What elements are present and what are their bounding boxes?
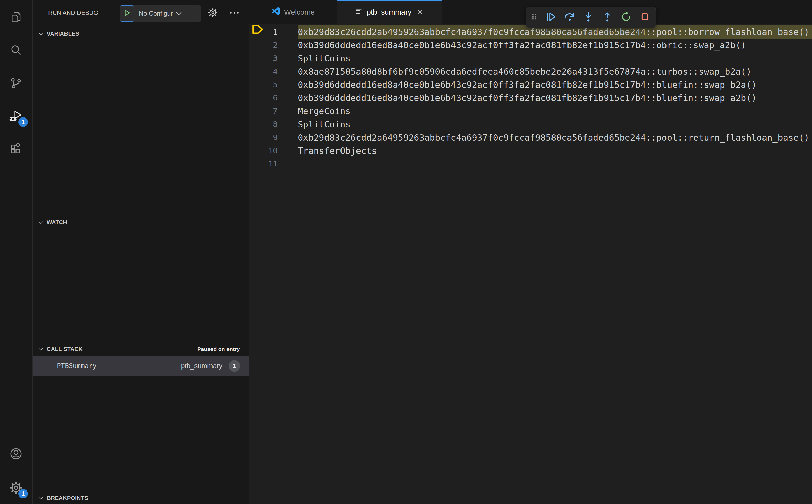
vscode-logo-icon [271, 7, 280, 18]
gear-icon [208, 8, 218, 19]
toolbar-drag-handle[interactable] [529, 9, 540, 25]
section-header-watch[interactable]: WATCH [32, 215, 249, 229]
chevron-down-icon [38, 347, 44, 351]
extensions-icon [9, 143, 23, 156]
debug-step-out-button[interactable] [599, 9, 615, 25]
sidebar-header: RUN AND DEBUG No Configur [32, 0, 249, 26]
breakpoint-gutter[interactable] [249, 39, 266, 52]
sidebar-item-extensions[interactable] [0, 137, 32, 162]
debug-configuration-dropdown[interactable]: No Configur [134, 5, 201, 22]
line-text: 0x8ae871505a80d8bf6bf9c05906cda6edfeea46… [298, 65, 812, 78]
code-line[interactable]: 6 0xb39d6dddedd16ed8a40ce0b1e6b43c92acf0… [249, 91, 812, 105]
ellipsis-icon [229, 11, 239, 15]
line-text: 0xb39d6dddedd16ed8a40ce0b1e6b43c92acf0ff… [298, 39, 812, 52]
sidebar-title: RUN AND DEBUG [48, 10, 98, 16]
breakpoint-gutter[interactable] [249, 118, 266, 131]
stop-icon [639, 11, 651, 24]
breakpoint-gutter[interactable] [249, 105, 266, 118]
line-number: 3 [266, 52, 277, 65]
line-text: MergeCoins [298, 105, 812, 118]
close-icon[interactable] [417, 8, 424, 16]
debug-current-line-icon [251, 24, 264, 40]
breakpoint-gutter[interactable] [249, 144, 266, 157]
step-out-icon [601, 11, 613, 24]
line-number: 11 [266, 157, 277, 171]
line-number: 8 [266, 118, 277, 131]
debug-settings-button[interactable] [207, 7, 219, 19]
breakpoint-gutter[interactable] [249, 65, 266, 78]
section-header-breakpoints[interactable]: BREAKPOINTS [32, 491, 249, 504]
code-line[interactable]: 10 TransferObjects [249, 144, 812, 157]
section-label: WATCH [47, 219, 67, 226]
line-text: SplitCoins [298, 52, 812, 65]
debug-toolbar [526, 7, 656, 28]
tab-label: Welcome [284, 8, 314, 16]
search-icon [9, 44, 23, 57]
section-header-variables[interactable]: VARIABLES [32, 26, 249, 41]
account-icon [9, 447, 23, 461]
start-debugging-button[interactable] [120, 5, 134, 22]
stack-frame-badge: 1 [228, 360, 240, 372]
line-number: 2 [266, 39, 277, 52]
breakpoint-gutter[interactable] [249, 78, 266, 91]
source-control-icon [9, 77, 23, 90]
debug-badge: 1 [18, 117, 28, 127]
sidebar-item-explorer[interactable] [0, 5, 32, 30]
list-file-icon [355, 8, 363, 17]
section-label: CALL STACK [47, 346, 83, 352]
chevron-down-icon [38, 32, 44, 36]
code-line[interactable]: 8 SplitCoins [249, 118, 812, 131]
debug-restart-button[interactable] [618, 9, 634, 25]
chevron-down-icon [176, 10, 182, 17]
step-into-icon [583, 11, 594, 24]
code-line[interactable]: 11 [249, 157, 812, 171]
sidebar-item-run-and-debug[interactable]: 1 [0, 104, 32, 129]
line-text [298, 157, 812, 171]
line-text: 0xb29d83c26cdd2a64959263abbcfc4a6937f0c9… [298, 131, 812, 144]
code-line[interactable]: 9 0xb29d83c26cdd2a64959263abbcfc4a6937f0… [249, 131, 812, 144]
chevron-down-icon [38, 220, 44, 224]
debug-configuration-value: No Configur [139, 10, 173, 17]
line-number: 1 [266, 25, 277, 39]
stack-frame-name: PTBSummary [57, 362, 97, 370]
debug-continue-button[interactable] [543, 9, 559, 25]
sidebar-item-search[interactable] [0, 38, 32, 63]
views-more-actions-button[interactable] [228, 7, 240, 19]
editor-group: Welcome ptb_summary [249, 0, 812, 504]
code-line[interactable]: 5 0xb39d6dddedd16ed8a40ce0b1e6b43c92acf0… [249, 78, 812, 91]
sidebar-item-source-control[interactable] [0, 71, 32, 96]
line-number: 9 [266, 131, 277, 144]
code-line[interactable]: 2 0xb39d6dddedd16ed8a40ce0b1e6b43c92acf0… [249, 39, 812, 52]
tab-welcome[interactable]: Welcome [249, 0, 337, 24]
manage-button[interactable]: 1 [0, 475, 32, 500]
vscode-window: 1 [0, 0, 812, 504]
line-number: 5 [266, 78, 277, 91]
continue-icon [545, 11, 557, 24]
tab-ptb-summary[interactable]: ptb_summary [337, 0, 442, 24]
play-icon [123, 9, 131, 18]
tab-label: ptb_summary [367, 8, 412, 16]
section-header-call-stack[interactable]: CALL STACK Paused on entry [32, 342, 249, 356]
section-label: VARIABLES [47, 30, 79, 37]
section-label: BREAKPOINTS [47, 495, 88, 501]
debug-step-over-button[interactable] [561, 9, 578, 25]
breakpoint-gutter[interactable] [249, 25, 266, 39]
code-line[interactable]: 4 0x8ae871505a80d8bf6bf9c05906cda6edfeea… [249, 65, 812, 78]
accounts-button[interactable] [0, 441, 32, 466]
call-stack-frame-row[interactable]: PTBSummary ptb_summary 1 [32, 356, 249, 376]
debug-stop-button[interactable] [637, 9, 653, 25]
code-line[interactable]: 7 MergeCoins [249, 105, 812, 118]
breakpoint-gutter[interactable] [249, 157, 266, 171]
debug-step-into-button[interactable] [580, 9, 597, 25]
call-stack-status: Paused on entry [197, 346, 249, 352]
code-line[interactable]: 3 SplitCoins [249, 52, 812, 65]
line-text: SplitCoins [298, 118, 812, 131]
breakpoint-gutter[interactable] [249, 52, 266, 65]
code-editor[interactable]: 1 0xb29d83c26cdd2a64959263abbcfc4a6937f0… [249, 24, 812, 171]
restart-icon [620, 11, 632, 24]
files-icon [9, 11, 23, 24]
activity-bar: 1 [0, 0, 32, 504]
line-text: 0xb39d6dddedd16ed8a40ce0b1e6b43c92acf0ff… [298, 91, 812, 105]
breakpoint-gutter[interactable] [249, 91, 266, 105]
breakpoint-gutter[interactable] [249, 131, 266, 144]
